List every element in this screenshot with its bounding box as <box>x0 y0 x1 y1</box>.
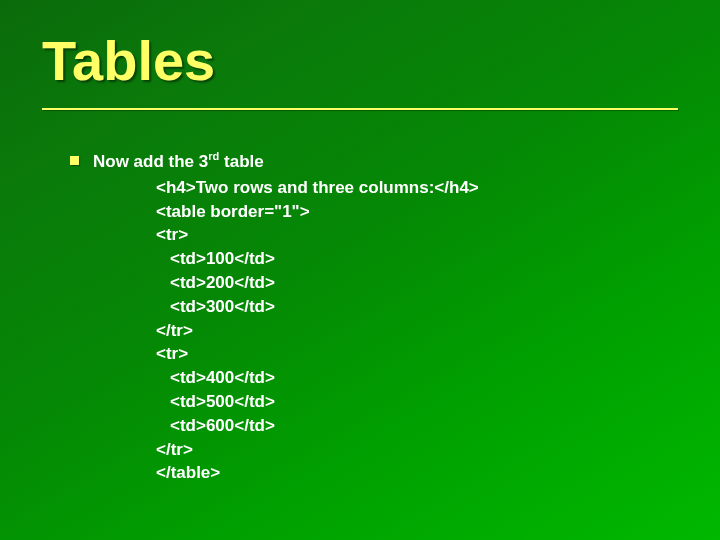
bullet-text-ordinal: rd <box>208 150 219 162</box>
code-line: <tr> <box>156 223 670 247</box>
code-line: <td>100</td> <box>156 247 670 271</box>
code-line: <table border="1"> <box>156 200 670 224</box>
code-line: </tr> <box>156 438 670 462</box>
code-line: <td>300</td> <box>156 295 670 319</box>
title-underline <box>42 108 678 110</box>
body-content: Now add the 3rd table <h4>Two rows and t… <box>70 150 670 485</box>
bullet-text-post: table <box>219 152 263 171</box>
code-line: </table> <box>156 461 670 485</box>
code-line: <tr> <box>156 342 670 366</box>
bullet-item: Now add the 3rd table <box>70 150 670 174</box>
bullet-square-icon <box>70 156 79 165</box>
code-line: <td>400</td> <box>156 366 670 390</box>
slide: Tables Now add the 3rd table <h4>Two row… <box>0 0 720 540</box>
code-line: <h4>Two rows and three columns:</h4> <box>156 176 670 200</box>
code-line: <td>500</td> <box>156 390 670 414</box>
bullet-text: Now add the 3rd table <box>93 150 670 174</box>
page-title: Tables <box>42 28 215 93</box>
bullet-text-pre: Now add the 3 <box>93 152 208 171</box>
code-line: <td>200</td> <box>156 271 670 295</box>
code-line: <td>600</td> <box>156 414 670 438</box>
code-line: </tr> <box>156 319 670 343</box>
code-block: <h4>Two rows and three columns:</h4> <ta… <box>156 176 670 485</box>
